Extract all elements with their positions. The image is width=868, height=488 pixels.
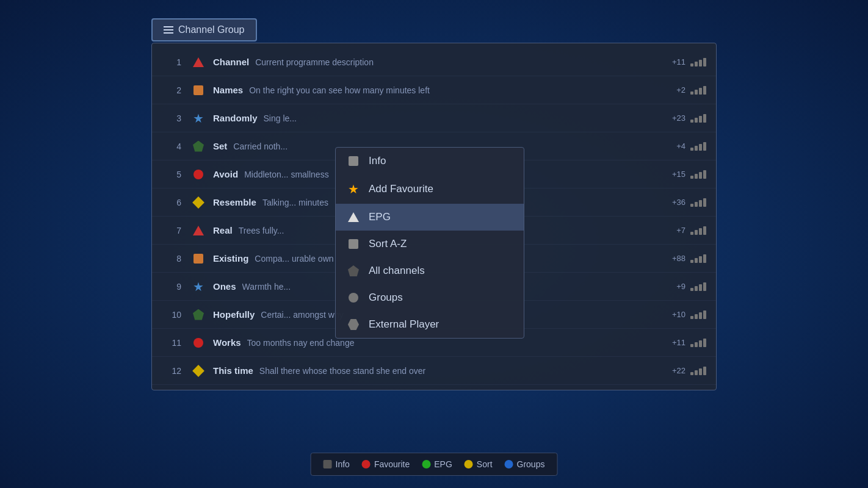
ctx-item-all-channels[interactable]: All channels — [336, 257, 524, 284]
row-icon — [190, 141, 207, 152]
row-desc: Sing le... — [264, 113, 666, 123]
sort-label: Sort — [477, 459, 493, 469]
channel-group-button[interactable]: Channel Group — [151, 18, 257, 41]
row-name: This time — [213, 365, 253, 376]
row-icon — [190, 254, 207, 264]
signal-indicator — [690, 142, 706, 151]
ctx-item-groups[interactable]: Groups — [336, 284, 524, 311]
hexagon-icon — [347, 319, 360, 330]
signal-indicator — [690, 58, 706, 66]
channel-row[interactable]: 3 ★ Randomly Sing le... +23 — [152, 104, 716, 132]
row-number: 7 — [162, 226, 181, 235]
ctx-item-epg[interactable]: EPG — [336, 204, 524, 231]
channel-group-label: Channel Group — [178, 24, 245, 35]
main-container: Channel Group 1 Channel Current programm… — [151, 18, 717, 390]
row-desc: Current programme description — [255, 57, 666, 67]
signal-indicator — [690, 226, 706, 235]
groups-button-icon — [505, 460, 513, 468]
ctx-item-label: EPG — [369, 211, 391, 223]
menu-icon — [164, 26, 173, 34]
row-icon — [190, 338, 207, 348]
row-badge: +10 — [672, 310, 685, 319]
row-badge: +15 — [672, 170, 685, 179]
row-name: Set — [213, 141, 227, 151]
ctx-item-label: Info — [369, 155, 386, 167]
row-number: 10 — [162, 310, 181, 320]
row-icon — [190, 170, 207, 179]
row-badge: +11 — [672, 57, 685, 66]
row-badge: +22 — [672, 366, 685, 375]
row-icon: ★ — [190, 111, 207, 126]
ctx-item-label: Sort A-Z — [369, 238, 407, 250]
signal-indicator — [690, 114, 706, 123]
row-badge: +88 — [672, 254, 685, 263]
ctx-item-external-player[interactable]: External Player — [336, 311, 524, 338]
row-icon: ★ — [190, 279, 207, 294]
row-desc: Shall there whose those stand she end ov… — [259, 366, 666, 376]
row-icon — [190, 367, 207, 375]
pentagon-icon — [347, 265, 360, 276]
circle-icon — [347, 293, 360, 303]
sort-button-icon — [465, 460, 473, 468]
row-icon — [190, 226, 207, 235]
ctx-item-info[interactable]: Info — [336, 148, 524, 174]
row-number: 6 — [162, 198, 181, 207]
row-icon — [190, 309, 207, 320]
channel-row[interactable]: 2 Names On the right you can see how man… — [152, 76, 716, 104]
star-icon: ★ — [347, 182, 360, 196]
signal-indicator — [690, 282, 706, 291]
row-name: Works — [213, 337, 241, 348]
row-name: Hopefully — [213, 309, 255, 320]
ctx-item-sort-az[interactable]: Sort A-Z — [336, 231, 524, 257]
row-name: Ones — [213, 281, 236, 292]
row-icon — [190, 57, 207, 67]
row-number: 11 — [162, 338, 181, 348]
row-number: 12 — [162, 366, 181, 376]
row-number: 1 — [162, 57, 181, 67]
row-number: 5 — [162, 170, 181, 179]
channel-panel: 1 Channel Current programme description … — [151, 43, 717, 390]
signal-indicator — [690, 310, 706, 319]
row-badge: +9 — [676, 282, 685, 291]
row-number: 9 — [162, 282, 181, 292]
row-name: Names — [213, 85, 243, 95]
signal-indicator — [690, 367, 706, 375]
signal-indicator — [690, 198, 706, 207]
row-number: 2 — [162, 85, 181, 95]
context-menu: Info ★ Add Favourite EPG Sort A-Z — [335, 147, 524, 339]
row-desc: On the right you can see how many minute… — [249, 85, 670, 95]
bottom-item-info: Info — [324, 459, 350, 469]
ctx-item-label: All channels — [369, 265, 425, 277]
row-name: Real — [213, 225, 233, 235]
triangle-icon — [347, 212, 360, 222]
signal-indicator — [690, 170, 706, 179]
bottom-item-groups: Groups — [505, 459, 545, 469]
channel-row[interactable]: 1 Channel Current programme description … — [152, 48, 716, 76]
row-name: Randomly — [213, 113, 258, 123]
bottom-bar: Info Favourite EPG Sort Groups — [311, 453, 558, 476]
epg-button-icon — [422, 460, 430, 468]
info-button-icon — [324, 460, 332, 468]
info-icon — [347, 156, 360, 166]
row-badge: +11 — [672, 338, 685, 347]
signal-indicator — [690, 254, 706, 263]
row-number: 8 — [162, 254, 181, 264]
row-badge: +23 — [672, 113, 685, 123]
favourite-label: Favourite — [374, 459, 410, 469]
bottom-item-favourite: Favourite — [362, 459, 410, 469]
row-number: 4 — [162, 142, 181, 151]
bottom-item-sort: Sort — [465, 459, 493, 469]
favourite-button-icon — [362, 460, 371, 468]
ctx-item-add-favourite[interactable]: ★ Add Favourite — [336, 174, 524, 204]
row-badge: +36 — [672, 198, 685, 207]
signal-indicator — [690, 86, 706, 95]
sort-icon — [347, 239, 360, 249]
epg-label: EPG — [434, 459, 452, 469]
row-number: 3 — [162, 113, 181, 123]
ctx-item-label: Add Favourite — [369, 183, 433, 195]
groups-label: Groups — [517, 459, 545, 469]
row-badge: +4 — [676, 142, 685, 151]
row-name: Channel — [213, 57, 249, 67]
channel-row[interactable]: 12 This time Shall there whose those sta… — [152, 357, 716, 385]
row-name: Existing — [213, 253, 248, 264]
